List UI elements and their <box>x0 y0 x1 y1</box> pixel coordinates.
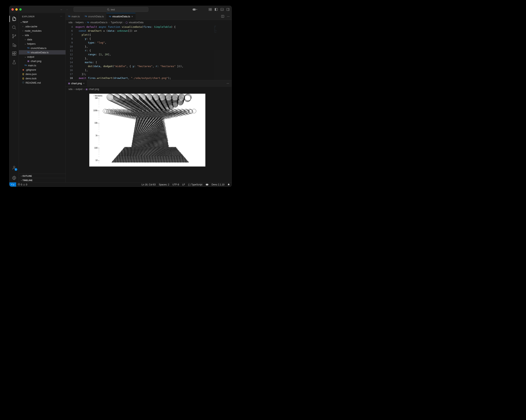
notifications-button[interactable]: 🔔︎ <box>226 183 232 186</box>
file-readme[interactable]: ⓘREADME.md <box>19 81 65 85</box>
svg-rect-4 <box>209 10 210 11</box>
language-mode-button[interactable]: { }TypeScript <box>187 183 204 186</box>
beaker-icon <box>12 60 17 65</box>
indentation-button[interactable]: Spaces: 2 <box>157 183 171 186</box>
code-editor[interactable]: 4 6 7 8 9 10 11 12 13 14 15 16 17 18 exp… <box>66 25 232 80</box>
folder-node-modules[interactable]: ›node_modules <box>19 29 65 33</box>
bell-icon: 🔔︎ <box>228 183 230 186</box>
encoding-button[interactable]: UTF-8 <box>171 183 181 186</box>
toggle-secondary-sidebar-icon[interactable] <box>226 8 230 11</box>
toggle-sidebar-icon[interactable] <box>215 8 218 11</box>
typescript-icon: TS <box>109 16 111 18</box>
close-panel-tab-button[interactable]: × <box>83 82 85 85</box>
copilot-status[interactable] <box>204 183 210 186</box>
svg-rect-8 <box>215 8 216 11</box>
svg-rect-11 <box>227 8 229 11</box>
panel-tabs: ▦ chart.png × ⋯ <box>66 80 232 87</box>
close-tab-button[interactable]: × <box>132 15 133 18</box>
outline-section[interactable]: ›OUTLINE <box>19 174 65 178</box>
svg-line-14 <box>15 28 16 29</box>
timeline-section[interactable]: ›TIMELINE <box>19 178 65 182</box>
toggle-panel-icon[interactable] <box>221 8 224 11</box>
project-root[interactable]: ⌄ TEST <box>19 20 65 24</box>
editor-group: TSmain.ts TScrunchData.ts TSvisualizeDat… <box>66 13 232 182</box>
run-debug-activity[interactable] <box>10 41 19 49</box>
panel-breadcrumb[interactable]: sda› output› ▦chart.png <box>66 87 232 92</box>
explorer-activity[interactable] <box>10 15 19 23</box>
tab-main-ts[interactable]: TSmain.ts <box>66 13 82 20</box>
svg-text:10k: 10k <box>94 122 98 124</box>
window-controls <box>11 8 22 11</box>
svg-point-1471 <box>186 160 187 160</box>
editor-more-button[interactable]: ⋯ <box>227 15 230 18</box>
runtime-button[interactable]: Deno 2.1.10 <box>210 183 226 186</box>
copilot-icon <box>206 183 209 186</box>
extensions-icon <box>12 51 17 56</box>
svg-point-8792 <box>178 94 185 101</box>
git-icon: ◆ <box>22 69 25 71</box>
code-content: export default async function visualizeD… <box>76 25 232 80</box>
folder-output[interactable]: ⌄output <box>19 54 65 59</box>
svg-point-8805 <box>178 94 185 101</box>
image-icon: ▦ <box>68 82 70 85</box>
eol-button[interactable]: LF <box>181 183 187 186</box>
svg-rect-21 <box>14 54 16 55</box>
file-crunchdata[interactable]: TScrunchData.ts <box>19 46 65 50</box>
file-deno-json[interactable]: {}deno.json <box>19 72 65 76</box>
file-visualizedata[interactable]: TSvisualizeData.ts <box>19 50 65 54</box>
source-control-activity[interactable] <box>10 32 19 41</box>
panel-tab-chart[interactable]: ▦ chart.png × <box>66 80 87 86</box>
svg-point-8325 <box>110 110 114 114</box>
tab-crunchdata[interactable]: TScrunchData.ts <box>82 13 106 20</box>
command-center[interactable]: test <box>74 7 148 12</box>
layout-customize-icon[interactable] <box>209 8 212 11</box>
nav-forward-button[interactable]: → <box>65 8 68 11</box>
split-editor-button[interactable] <box>221 15 224 18</box>
remote-button[interactable] <box>10 183 16 187</box>
chevron-down-icon: ⌄ <box>24 55 26 58</box>
svg-text:1k: 1k <box>95 134 98 137</box>
search-activity[interactable] <box>10 23 19 32</box>
svg-point-8346 <box>105 109 109 113</box>
folder-data[interactable]: ›data <box>19 37 65 41</box>
svg-point-2293 <box>185 158 185 158</box>
panel-more-button[interactable]: ⋯ <box>227 82 229 85</box>
svg-text:10: 10 <box>95 159 98 161</box>
files-icon <box>12 17 17 21</box>
explorer-title: EXPLORER <box>22 15 35 18</box>
typescript-icon: TS <box>27 47 30 49</box>
nav-back-button[interactable]: ← <box>60 8 63 11</box>
problems-button[interactable]: ⓧ0 ⚠0 <box>16 183 29 186</box>
copilot-button[interactable]: ▾ <box>192 8 197 11</box>
minimize-window-button[interactable] <box>15 8 18 11</box>
copilot-icon <box>192 8 196 11</box>
svg-point-16 <box>12 37 13 38</box>
folder-sda[interactable]: ⌄sda <box>19 33 65 37</box>
file-chart-png[interactable]: ▦chart.png <box>19 59 65 63</box>
image-preview[interactable]: ↑ hectares101001k10k100k1M <box>66 92 232 182</box>
testing-activity[interactable] <box>10 58 19 67</box>
svg-point-8389 <box>188 109 192 113</box>
close-window-button[interactable] <box>11 8 14 11</box>
svg-text:1M: 1M <box>95 97 98 99</box>
svg-rect-22 <box>15 51 16 53</box>
info-icon: ⓘ <box>22 81 25 84</box>
folder-helpers[interactable]: ⌄helpers <box>19 41 65 46</box>
search-icon <box>12 25 17 30</box>
svg-point-3812 <box>182 154 182 155</box>
file-main-ts[interactable]: TSmain.ts <box>19 63 65 68</box>
extensions-activity[interactable] <box>10 49 19 58</box>
explorer-more-button[interactable]: ⋯ <box>60 15 62 18</box>
svg-point-24 <box>14 177 15 178</box>
minimap[interactable]: ▬▬▬▬▬▬▬▬▬▬▬▬▬▬▬▬▬▬▬▬▬▬▬▬▬▬▬▬▬▬▬▬▬▬▬▬▬▬▬▬… <box>214 25 232 80</box>
breadcrumb[interactable]: sda› helpers› TSvisualizeData.ts› TypeSc… <box>66 20 232 25</box>
file-deno-lock[interactable]: {}deno.lock <box>19 76 65 81</box>
accounts-activity[interactable]: 1 <box>10 163 19 172</box>
settings-activity[interactable] <box>10 174 19 182</box>
maximize-window-button[interactable] <box>19 8 22 11</box>
cursor-position[interactable]: Ln 18, Col 63 <box>140 183 157 186</box>
file-gitignore[interactable]: ◆.gitignore <box>19 68 65 72</box>
svg-point-4579 <box>180 152 181 153</box>
tab-visualizedata[interactable]: TSvisualizeData.ts× <box>106 13 136 20</box>
folder-sda-cache[interactable]: ›.sda-cache <box>19 24 65 29</box>
